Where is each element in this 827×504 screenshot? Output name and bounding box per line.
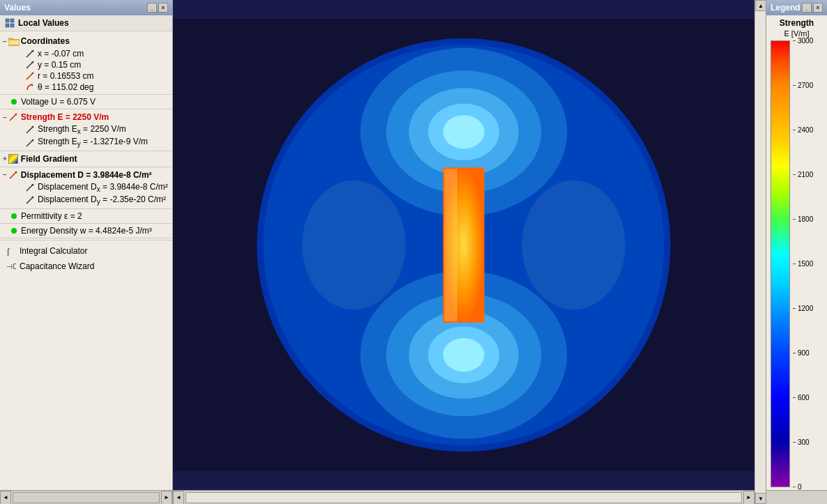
displacement-icon <box>8 170 18 180</box>
legend-title: Legend <box>771 3 801 13</box>
legend-controls: _ × <box>802 3 823 13</box>
main-scrollbar-bottom: ◄ ► <box>173 490 754 504</box>
scroll-right-arrow[interactable]: ► <box>161 491 172 505</box>
integral-calculator-item[interactable]: ∫ Integral Calculator <box>0 243 172 259</box>
strength-header[interactable]: − Strength E = 2250 V/m <box>0 111 172 123</box>
viz-container <box>173 0 754 490</box>
legend-label-600: 600 <box>793 397 823 398</box>
scroll-left-arrow[interactable]: ◄ <box>0 491 11 505</box>
integral-calculator-label: Integral Calculator <box>20 246 87 256</box>
coord-r-icon <box>25 71 35 81</box>
displacement-dx-item: Displacement Dx = 3.9844e-8 C/m² <box>0 181 172 194</box>
legend-label-0: 0 <box>793 487 823 487</box>
coord-x-icon <box>25 49 35 59</box>
main-scroll-left-arrow[interactable]: ◄ <box>173 491 184 505</box>
legend-titlebar: Legend _ × <box>766 0 827 15</box>
left-panel-titlebar: Values _ × <box>0 0 172 15</box>
displacement-dy-item: Displacement Dy = -2.35e-20 C/m² <box>0 194 172 206</box>
energy-density-value: Energy Density w = 4.4824e-5 J/m³ <box>21 226 152 236</box>
svg-rect-1 <box>10 19 14 22</box>
legend-close-button[interactable]: × <box>813 3 823 13</box>
svg-rect-2 <box>6 24 9 27</box>
left-panel-scrollbar-bottom: ◄ ► <box>0 490 172 504</box>
coordinates-label: Coordinates <box>21 36 70 46</box>
legend-label-2100: 2100 <box>793 174 823 175</box>
legend-label-2700: 2700 <box>793 85 823 86</box>
strength-ey-icon <box>25 138 35 148</box>
coord-r-value: r = 0.16553 cm <box>38 71 93 81</box>
svg-rect-3 <box>10 24 14 27</box>
legend-label-900: 900 <box>793 353 823 353</box>
svg-point-40 <box>302 181 405 310</box>
coord-y-icon <box>25 60 35 70</box>
panel-content: − Coordinates x = -0.07 cm <box>0 31 172 490</box>
legend-strength-title: Strength <box>771 18 823 28</box>
capacitance-wizard-item[interactable]: ⊣C Capacitance Wizard <box>0 259 172 274</box>
main-scroll-right-arrow[interactable]: ► <box>743 491 754 505</box>
energy-density-item: Energy Density w = 4.4824e-5 J/m³ <box>0 225 172 236</box>
coord-theta-icon <box>25 82 35 92</box>
permittivity-item: Permittivity ε = 2 <box>0 211 172 222</box>
displacement-dy-icon <box>25 195 35 205</box>
main-hscrollbar[interactable] <box>185 492 742 503</box>
capacitance-wizard-icon: ⊣C <box>6 261 17 272</box>
svg-rect-4 <box>8 40 20 45</box>
coord-y-item: y = 0.15 cm <box>0 59 172 70</box>
local-values-header[interactable]: Local Values <box>0 15 172 31</box>
legend-label-1800: 1800 <box>793 219 823 220</box>
main-visualization-area: ◄ ► <box>173 0 754 504</box>
legend-minimize-button[interactable]: _ <box>802 3 812 13</box>
legend-gradient-bar <box>771 40 790 487</box>
svg-point-41 <box>522 181 625 310</box>
bottom-items: ∫ Integral Calculator ⊣C Capacitance Wiz… <box>0 240 172 274</box>
voltage-item: Voltage U = 6.075 V <box>0 96 172 107</box>
voltage-value: Voltage U = 6.075 V <box>21 97 96 107</box>
displacement-value: Displacement D = 3.9844e-8 C/m² <box>21 170 152 180</box>
strength-label: Strength E = 2250 V/m <box>21 112 109 122</box>
close-button[interactable]: × <box>158 3 168 13</box>
legend-panel: Legend _ × Strength E [V/m] 3000 2700 24… <box>766 0 827 504</box>
strength-ex-item: Strength Ex = 2250 V/m <box>0 123 172 136</box>
left-hscrollbar[interactable] <box>13 492 160 503</box>
svg-rect-0 <box>6 19 9 22</box>
main-vscrollbar: ▲ ▼ <box>754 0 766 504</box>
displacement-header[interactable]: − Displacement D = 3.9844e-8 C/m² <box>0 169 172 181</box>
energy-density-dot-icon <box>11 228 17 234</box>
legend-label-2400: 2400 <box>793 130 823 130</box>
legend-label-300: 300 <box>793 442 823 443</box>
field-gradient-header[interactable]: + Field Gradient <box>0 153 172 165</box>
coordinates-folder-icon <box>8 36 20 47</box>
integral-calculator-icon: ∫ <box>6 245 17 257</box>
minimize-button[interactable]: _ <box>147 3 157 13</box>
displacement-expand-icon: − <box>3 171 7 178</box>
coord-theta-value: θ = 115.02 deg <box>38 82 93 92</box>
strength-ex-value: Strength Ex = 2250 V/m <box>38 124 126 135</box>
vscroll-up-arrow[interactable]: ▲ <box>755 0 766 11</box>
legend-bottom-scrollbar <box>766 490 827 504</box>
strength-ey-item: Strength Ey = -1.3271e-9 V/m <box>0 136 172 148</box>
strength-expand-icon: − <box>3 114 7 121</box>
legend-unit-label: E [V/m] <box>771 29 823 38</box>
coord-x-item: x = -0.07 cm <box>0 48 172 59</box>
vscroll-down-arrow[interactable]: ▼ <box>755 493 766 504</box>
strength-icon <box>8 112 18 122</box>
legend-content: Strength E [V/m] 3000 2700 2400 2100 180… <box>766 15 827 490</box>
left-panel-title: Values <box>4 3 31 13</box>
strength-ey-value: Strength Ey = -1.3271e-9 V/m <box>38 137 148 148</box>
local-values-icon <box>4 17 15 29</box>
coordinates-header[interactable]: − Coordinates <box>0 34 172 48</box>
coordinates-expand-icon: − <box>3 38 7 45</box>
svg-rect-43 <box>444 169 457 321</box>
local-values-label: Local Values <box>18 18 69 28</box>
legend-label-1500: 1500 <box>793 264 823 264</box>
legend-label-1200: 1200 <box>793 308 823 309</box>
svg-point-39 <box>443 338 484 372</box>
field-gradient-expand-icon: + <box>3 155 7 162</box>
capacitance-wizard-label: Capacitance Wizard <box>20 261 94 271</box>
voltage-dot-icon <box>11 99 17 105</box>
field-gradient-icon <box>8 154 18 164</box>
legend-gradient-container: 3000 2700 2400 2100 1800 1500 1200 900 6… <box>771 40 823 487</box>
vscroll-track[interactable] <box>755 11 766 493</box>
displacement-dx-icon <box>25 183 35 192</box>
displacement-dy-value: Displacement Dy = -2.35e-20 C/m² <box>38 194 166 206</box>
